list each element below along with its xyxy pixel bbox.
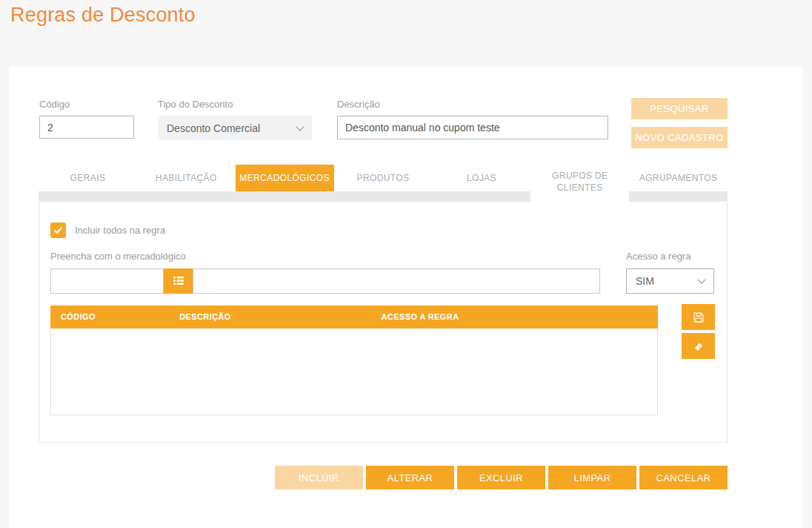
tab-habilitacao[interactable]: HABILITAÇÃO: [137, 165, 236, 191]
check-icon: [53, 225, 63, 235]
include-all-label: Incluir todos na regra: [75, 225, 165, 236]
codigo-input[interactable]: [39, 116, 134, 139]
eraser-button[interactable]: [682, 333, 715, 359]
column-header-acesso: ACESSO A REGRA: [381, 312, 459, 321]
tipo-desconto-select[interactable]: Desconto Comercial: [158, 116, 312, 140]
open-list-button[interactable]: [164, 268, 193, 294]
codigo-label: Código: [39, 99, 70, 110]
tab-produtos[interactable]: PRODUTOS: [334, 165, 433, 191]
column-header-descricao: DESCRIÇÃO: [179, 312, 231, 321]
limpar-button[interactable]: LIMPAR: [548, 466, 636, 489]
alterar-button[interactable]: ALTERAR: [366, 466, 454, 489]
acesso-regra-value: SIM: [636, 275, 654, 287]
acesso-regra-select[interactable]: SIM: [626, 268, 714, 294]
page-title: Regras de Desconto: [10, 4, 196, 27]
list-icon: [173, 276, 184, 286]
tab-gerais[interactable]: GERAIS: [39, 165, 137, 191]
tipo-desconto-value: Desconto Comercial: [167, 122, 260, 134]
mercadologico-description-input[interactable]: [193, 268, 600, 294]
table-header: CÓDIGO DESCRIÇÃO ACESSO A REGRA: [50, 306, 658, 329]
tab-grupos-de-clientes[interactable]: GRUPOS DE CLIENTES: [530, 165, 629, 202]
mercadologico-code-input[interactable]: [50, 268, 164, 294]
include-all-checkbox[interactable]: [50, 222, 66, 238]
tab-mercadologicos[interactable]: MERCADOLÓGICOS: [236, 165, 334, 191]
excluir-button[interactable]: EXCLUIR: [457, 466, 545, 489]
discount-rules-page: Regras de Desconto Código Tipo do Descon…: [0, 0, 812, 528]
table-body-empty: [50, 329, 658, 415]
column-header-codigo: CÓDIGO: [61, 312, 96, 321]
chevron-down-icon: [697, 275, 705, 283]
tipo-desconto-label: Tipo do Desconto: [158, 99, 233, 110]
incluir-button[interactable]: INCLUIR: [275, 466, 363, 489]
acesso-regra-label: Acesso a regra: [626, 251, 690, 262]
cancelar-button[interactable]: CANCELAR: [639, 466, 728, 489]
descricao-input[interactable]: [337, 116, 608, 139]
tab-bar: GERAIS HABILITAÇÃO MERCADOLÓGICOS PRODUT…: [39, 165, 728, 191]
floppy-disk-icon: [693, 311, 705, 323]
pesquisar-button[interactable]: PESQUISAR: [631, 98, 728, 119]
tab-agrupamentos[interactable]: AGRUPAMENTOS: [629, 165, 728, 191]
chevron-down-icon: [296, 122, 304, 131]
save-button[interactable]: [682, 304, 715, 330]
fill-mercadologico-label: Preencha com o mercadológico: [50, 251, 186, 262]
novo-cadastro-button[interactable]: NOVO CADASTRO: [631, 127, 728, 148]
descricao-label: Descrição: [337, 99, 380, 110]
action-bar: INCLUIR ALTERAR EXCLUIR LIMPAR CANCELAR: [275, 466, 728, 489]
eraser-icon: [692, 340, 705, 352]
tab-lojas[interactable]: LOJAS: [432, 165, 530, 191]
